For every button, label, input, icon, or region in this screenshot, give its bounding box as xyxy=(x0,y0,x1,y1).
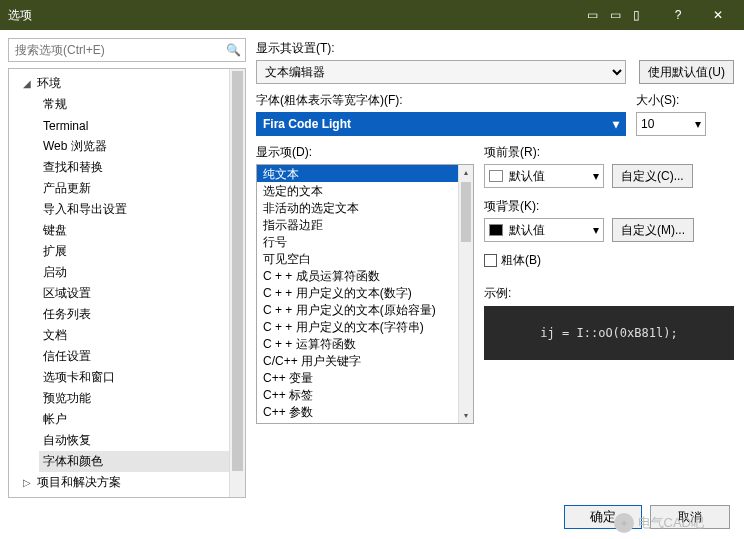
tree-item[interactable]: Terminal xyxy=(39,115,245,136)
list-item[interactable]: C + + 成员运算符函数 xyxy=(257,267,458,284)
tree-item[interactable]: 预览功能 xyxy=(39,388,245,409)
list-item[interactable]: C++ 参数 xyxy=(257,403,458,420)
list-scrollbar[interactable]: ▴ ▾ xyxy=(458,165,473,423)
color-swatch xyxy=(489,170,503,182)
window-title: 选项 xyxy=(8,7,587,24)
tree-item[interactable]: Web 浏览器 xyxy=(39,136,245,157)
list-item[interactable]: C + + 用户定义的文本(原始容量) xyxy=(257,301,458,318)
checkbox-icon xyxy=(484,254,497,267)
search-icon: 🔍 xyxy=(226,43,241,57)
scroll-down-icon[interactable]: ▾ xyxy=(459,408,473,423)
chevron-down-icon: ▾ xyxy=(593,223,599,237)
nav-tree[interactable]: ◢ 环境 常规 Terminal Web 浏览器 查找和替换 产品更新 导入和导… xyxy=(8,68,246,498)
sample-label: 示例: xyxy=(484,285,734,302)
chevron-down-icon: ◢ xyxy=(23,78,37,89)
tree-item[interactable]: 文档 xyxy=(39,325,245,346)
foreground-label: 项前景(R): xyxy=(484,144,604,161)
list-item[interactable]: C + + 用户定义的文本(数字) xyxy=(257,284,458,301)
show-settings-label: 显示其设置(T): xyxy=(256,40,734,57)
display-items-list[interactable]: 纯文本 选定的文本 非活动的选定文本 指示器边距 行号 可见空白 C + + 成… xyxy=(256,164,474,424)
tree-item[interactable]: 自动恢复 xyxy=(39,430,245,451)
chevron-down-icon: ▾ xyxy=(593,169,599,183)
tree-item[interactable]: 帐户 xyxy=(39,409,245,430)
help-button[interactable]: ? xyxy=(660,3,696,27)
sample-preview: ij = I::oO(0xB81l); xyxy=(484,306,734,360)
list-item[interactable]: 选定的文本 xyxy=(257,182,458,199)
list-item[interactable]: C + + 用户定义的文本(字符串) xyxy=(257,318,458,335)
list-item[interactable]: C++ 变量 xyxy=(257,369,458,386)
tool-icon-3[interactable]: ▯ xyxy=(633,8,640,22)
ok-button[interactable]: 确定 xyxy=(564,505,642,529)
chevron-down-icon: ▾ xyxy=(695,117,701,131)
size-label: 大小(S): xyxy=(636,92,706,109)
tree-scrollbar[interactable] xyxy=(229,69,245,497)
tree-item-fonts-colors[interactable]: 字体和颜色 xyxy=(39,451,245,472)
foreground-select[interactable]: 默认值 ▾ xyxy=(484,164,604,188)
list-item[interactable]: 非活动的选定文本 xyxy=(257,199,458,216)
font-value: Fira Code Light xyxy=(263,117,351,131)
close-button[interactable]: ✕ xyxy=(700,3,736,27)
background-label: 项背景(K): xyxy=(484,198,604,215)
tree-item[interactable]: 查找和替换 xyxy=(39,157,245,178)
tree-item[interactable]: 常规 xyxy=(39,94,245,115)
use-defaults-button[interactable]: 使用默认值(U) xyxy=(639,60,734,84)
chevron-right-icon: ▷ xyxy=(23,477,37,488)
list-item[interactable]: C++ 标签 xyxy=(257,386,458,403)
tree-item[interactable]: 信任设置 xyxy=(39,346,245,367)
chevron-down-icon: ▾ xyxy=(613,117,619,131)
custom-bg-button[interactable]: 自定义(M)... xyxy=(612,218,694,242)
tree-item[interactable]: 导入和导出设置 xyxy=(39,199,245,220)
font-label: 字体(粗体表示等宽字体)(F): xyxy=(256,92,626,109)
search-box[interactable]: 🔍 xyxy=(8,38,246,62)
tool-icon-2[interactable]: ▭ xyxy=(610,8,621,22)
list-item[interactable]: C/C++ 用户关键字 xyxy=(257,352,458,369)
list-item[interactable]: 行号 xyxy=(257,233,458,250)
tree-item[interactable]: 区域设置 xyxy=(39,283,245,304)
list-item[interactable]: 指示器边距 xyxy=(257,216,458,233)
titlebar: 选项 ▭ ▭ ▯ ? ✕ xyxy=(0,0,744,30)
display-items-label: 显示项(D): xyxy=(256,144,474,161)
list-item[interactable]: 纯文本 xyxy=(257,165,458,182)
tree-item[interactable]: 键盘 xyxy=(39,220,245,241)
titlebar-tools: ▭ ▭ ▯ xyxy=(587,8,640,22)
custom-fg-button[interactable]: 自定义(C)... xyxy=(612,164,693,188)
background-select[interactable]: 默认值 ▾ xyxy=(484,218,604,242)
bold-checkbox[interactable]: 粗体(B) xyxy=(484,252,734,269)
list-item[interactable]: 可见空白 xyxy=(257,250,458,267)
list-item[interactable]: C + + 运算符函数 xyxy=(257,335,458,352)
tree-item[interactable]: 选项卡和窗口 xyxy=(39,367,245,388)
tree-item[interactable]: 启动 xyxy=(39,262,245,283)
scroll-up-icon[interactable]: ▴ xyxy=(459,165,473,180)
tree-item[interactable]: 产品更新 xyxy=(39,178,245,199)
tree-node-environment[interactable]: ◢ 环境 xyxy=(19,73,245,94)
size-select[interactable]: 10 ▾ xyxy=(636,112,706,136)
search-input[interactable] xyxy=(13,42,226,58)
show-settings-select[interactable]: 文本编辑器 xyxy=(256,60,626,84)
tool-icon-1[interactable]: ▭ xyxy=(587,8,598,22)
color-swatch xyxy=(489,224,503,236)
tree-node-projects[interactable]: ▷ 项目和解决方案 xyxy=(19,472,245,493)
cancel-button[interactable]: 取消 xyxy=(650,505,730,529)
tree-item[interactable]: 任务列表 xyxy=(39,304,245,325)
tree-item[interactable]: 扩展 xyxy=(39,241,245,262)
font-select[interactable]: Fira Code Light ▾ xyxy=(256,112,626,136)
